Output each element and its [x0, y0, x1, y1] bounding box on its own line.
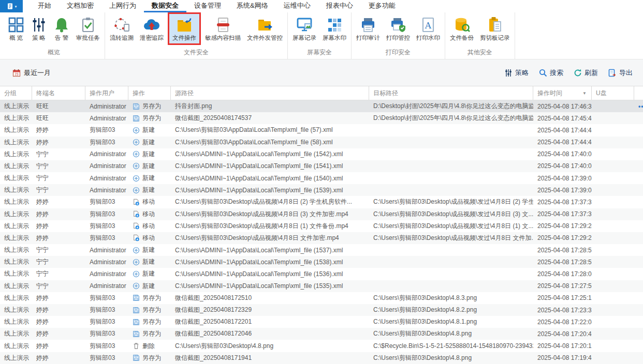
cell-filler	[634, 292, 643, 304]
table-row[interactable]: 线上演示婷婷剪辑部03另存为微信截图_20250408172046C:\User…	[0, 328, 643, 340]
menu-tab[interactable]: 设备管理	[186, 0, 229, 12]
column-header[interactable]: 操作	[128, 86, 171, 100]
ribbon-item[interactable]: 策 略	[27, 14, 50, 43]
cell-source-path: C:\Users\ADMINI~1\AppData\Local\Temp\xml…	[171, 172, 369, 184]
app-menu-button[interactable]: ▾	[0, 0, 23, 12]
menu-tab[interactable]: 文档加密	[59, 0, 101, 12]
ribbon-item-label: 敏感内容扫描	[205, 34, 241, 42]
cell-usb	[592, 232, 634, 244]
ribbon-item[interactable]: 告 警	[50, 14, 73, 43]
ribbon-item[interactable]: 文件操作	[169, 14, 199, 43]
column-header[interactable]: 操作时间▼	[533, 86, 592, 100]
cell-filler	[634, 208, 643, 220]
column-header[interactable]: U盘	[592, 86, 634, 100]
menu-tab[interactable]: 上网行为	[101, 0, 144, 12]
ribbon-item[interactable]: 剪切板记录	[477, 14, 513, 43]
saveas-icon	[133, 354, 140, 361]
column-header[interactable]: 源路径	[171, 86, 369, 100]
table-row[interactable]: 线上演示婷婷剪辑部03移动C:\Users\剪辑部03\Desktop\成品视频…	[0, 196, 643, 208]
cell-time: 2025-04-08 17:28:00	[533, 268, 592, 280]
cell-source-path: C:\Users\ADMINI~1\AppData\Local\Temp\xml…	[171, 184, 369, 196]
ribbon-item-label: 文件备份	[450, 34, 474, 42]
table-row[interactable]: 线上演示旺旺Administrator另存为微信截图_2025040817453…	[0, 112, 643, 124]
table-row[interactable]: 线上演示婷婷剪辑部03移动C:\Users\剪辑部03\Desktop\成品视频…	[0, 220, 643, 232]
table-row[interactable]: 线上演示宁宁Administrator新建C:\Users\ADMINI~1\A…	[0, 184, 643, 196]
column-header[interactable]: 分组	[0, 86, 32, 100]
table-row[interactable]: 线上演示婷婷剪辑部03另存为微信截图_20250408172329C:\User…	[0, 304, 643, 316]
move-icon	[133, 222, 140, 230]
table-row[interactable]: 线上演示宁宁Administrator新建C:\Users\ADMINI~1\A…	[0, 148, 643, 160]
table-row[interactable]: 线上演示宁宁Administrator新建C:\Users\ADMINI~1\A…	[0, 280, 643, 292]
ribbon-item-label: 策 略	[32, 34, 46, 42]
table-row[interactable]: 线上演示婷婷剪辑部03删除C:\Users\剪辑部03\Desktop\4.8.…	[0, 340, 643, 352]
ribbon-item[interactable]: 打印管控	[383, 14, 413, 43]
cell-group: 线上演示	[0, 352, 32, 364]
ribbon-item[interactable]: 流转追溯	[107, 14, 137, 43]
menu-tab[interactable]: 系统&网络	[229, 0, 276, 12]
cell-source-path: C:\Users\剪辑部03\Desktop\成品视频\4月8日 (3) 文件加…	[171, 208, 369, 220]
table-row[interactable]: 线上演示宁宁Administrator新建C:\Users\ADMINI~1\A…	[0, 268, 643, 280]
operation-label: 新建	[142, 282, 155, 291]
menu-tab[interactable]: 开始	[30, 0, 59, 12]
table-row[interactable]: 线上演示婷婷剪辑部03新建C:\Users\剪辑部03\AppData\Loca…	[0, 124, 643, 136]
toolbar-action[interactable]: 策略	[504, 68, 529, 78]
table-row[interactable]: 线上演示婷婷剪辑部03另存为微信截图_20250408172201C:\User…	[0, 316, 643, 328]
menu-tab[interactable]: 数据安全	[144, 0, 186, 12]
table-row[interactable]: 线上演示婷婷剪辑部03移动C:\Users\剪辑部03\Desktop\成品视频…	[0, 232, 643, 244]
menu-tab[interactable]: 更多功能	[361, 0, 403, 12]
table-row[interactable]: 线上演示宁宁Administrator新建C:\Users\ADMINI~1\A…	[0, 244, 643, 256]
table-row[interactable]: 线上演示宁宁Administrator新建C:\Users\ADMINI~1\A…	[0, 160, 643, 172]
ribbon-item-label: 文件外发管控	[247, 34, 283, 42]
ribbon-item[interactable]: 文件外发管控	[244, 14, 286, 43]
cell-group: 线上演示	[0, 220, 32, 232]
cell-filler	[634, 328, 643, 340]
menu-tab[interactable]: 报表中心	[318, 0, 361, 12]
table-row[interactable]: 线上演示婷婷剪辑部03另存为微信截图_20250408172510C:\User…	[0, 292, 643, 304]
cell-source-path: C:\Users\剪辑部03\Desktop\4.8.png	[171, 340, 369, 352]
cell-terminal: 婷婷	[32, 208, 85, 220]
table-row[interactable]: 线上演示婷婷剪辑部03移动C:\Users\剪辑部03\Desktop\成品视频…	[0, 208, 643, 220]
plus-icon	[133, 259, 140, 266]
ribbon-group: 打印审计打印管控A打印水印打印安全	[352, 12, 445, 59]
cell-filler	[634, 316, 643, 328]
cell-group: 线上演示	[0, 304, 32, 316]
table-row[interactable]: 线上演示婷婷剪辑部03新建C:\Users\剪辑部03\AppData\Loca…	[0, 136, 643, 148]
cell-filler	[634, 232, 643, 244]
table-row[interactable]: 线上演示宁宁Administrator新建C:\Users\ADMINI~1\A…	[0, 256, 643, 268]
toolbar-action[interactable]: 刷新	[574, 68, 598, 78]
leak-cloud-icon	[143, 17, 160, 33]
operation-label: 新建	[142, 126, 155, 134]
ribbon-item[interactable]: 概 览	[5, 14, 27, 43]
table-row[interactable]: 线上演示婷婷剪辑部03另存为微信截图_20250408171941C:\User…	[0, 352, 643, 364]
move-icon	[133, 199, 140, 206]
toolbar-action[interactable]: 导出	[608, 68, 633, 78]
row-menu-dots[interactable]: •••	[638, 103, 643, 110]
ribbon-item[interactable]: 泄密追踪	[137, 14, 167, 43]
table-row[interactable]: 线上演示旺旺Administrator另存为抖音封面.pngD:\Desktop…	[0, 100, 643, 112]
ribbon-item[interactable]: 敏感内容扫描	[202, 14, 244, 43]
menu-tab[interactable]: 运维中心	[276, 0, 318, 12]
column-header[interactable]: 操作用户	[85, 86, 128, 100]
filter-caret-icon[interactable]: ▼	[582, 91, 587, 96]
toolbar-action[interactable]: 搜索	[539, 68, 563, 78]
table-row[interactable]: 线上演示宁宁Administrator新建C:\Users\ADMINI~1\A…	[0, 172, 643, 184]
cell-operation: 新建	[128, 172, 171, 184]
ribbon-item[interactable]: 文件备份	[447, 14, 477, 43]
cell-target-path: C:\Users\剪辑部03\Desktop\4.8.1.png	[369, 316, 533, 328]
ribbon-item[interactable]: 屏幕记录	[289, 14, 319, 43]
cell-group: 线上演示	[0, 184, 32, 196]
cell-group: 线上演示	[0, 268, 32, 280]
date-range-filter[interactable]: 23 最近一月	[12, 68, 51, 78]
ribbon-item[interactable]: 审批任务	[73, 14, 103, 43]
cell-operation: 另存为	[128, 316, 171, 328]
cell-time: 2025-04-08 17:44:45	[533, 124, 592, 136]
cell-usb	[592, 172, 634, 184]
column-header[interactable]: 终端名	[32, 86, 85, 100]
ribbon-item[interactable]: 打印审计	[353, 14, 383, 43]
cell-usb	[592, 328, 634, 340]
cell-user: Administrator	[85, 256, 128, 268]
ribbon-item[interactable]: A打印水印	[413, 14, 443, 43]
column-header[interactable]: 目标路径	[369, 86, 533, 100]
ribbon-item[interactable]: 屏幕水印	[319, 14, 349, 43]
overview-grid-icon	[8, 17, 24, 33]
